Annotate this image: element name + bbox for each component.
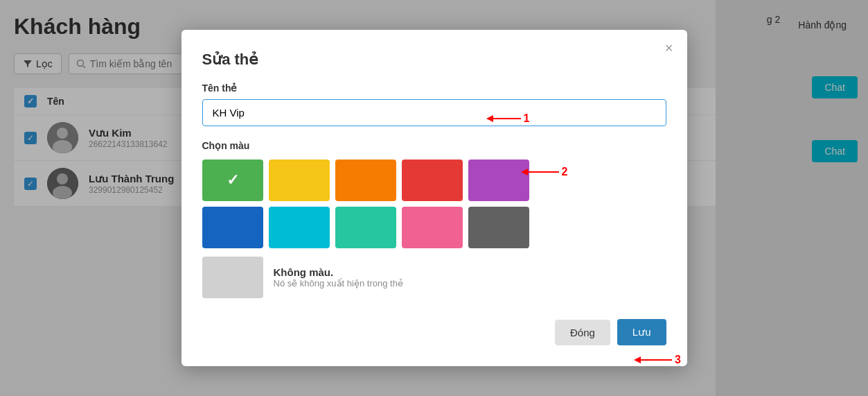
color-blue-dark[interactable] — [202, 207, 263, 248]
no-color-swatch[interactable] — [202, 257, 263, 298]
color-purple[interactable] — [468, 160, 529, 201]
close-button[interactable]: Đóng — [555, 320, 610, 345]
color-green-light[interactable] — [335, 207, 396, 248]
color-grid — [202, 160, 666, 248]
no-color-row: Không màu. Nó sẽ không xuất hiện trong t… — [202, 257, 666, 298]
tag-name-input[interactable] — [202, 99, 666, 126]
color-red[interactable] — [402, 160, 463, 201]
no-color-text: Không màu. Nó sẽ không xuất hiện trong t… — [274, 266, 403, 289]
modal-close-button[interactable]: × — [665, 40, 673, 56]
color-label: Chọn màu — [202, 140, 666, 151]
color-orange[interactable] — [335, 160, 396, 201]
color-cyan[interactable] — [269, 207, 330, 248]
modal-overlay: × Sửa thẻ Tên thẻ Chọn màu Không màu. Nó… — [0, 0, 868, 396]
color-green[interactable] — [202, 160, 263, 201]
modal-footer: Đóng Lưu — [202, 319, 666, 345]
color-pink[interactable] — [402, 207, 463, 248]
no-color-title: Không màu. — [274, 266, 403, 278]
color-gray-dark[interactable] — [468, 207, 529, 248]
modal-dialog: × Sửa thẻ Tên thẻ Chọn màu Không màu. Nó… — [181, 30, 687, 366]
save-button[interactable]: Lưu — [617, 319, 666, 345]
no-color-desc: Nó sẽ không xuất hiện trong thẻ — [274, 278, 403, 289]
tag-name-label: Tên thẻ — [202, 83, 666, 94]
color-yellow[interactable] — [269, 160, 330, 201]
modal-title: Sửa thẻ — [202, 51, 666, 69]
